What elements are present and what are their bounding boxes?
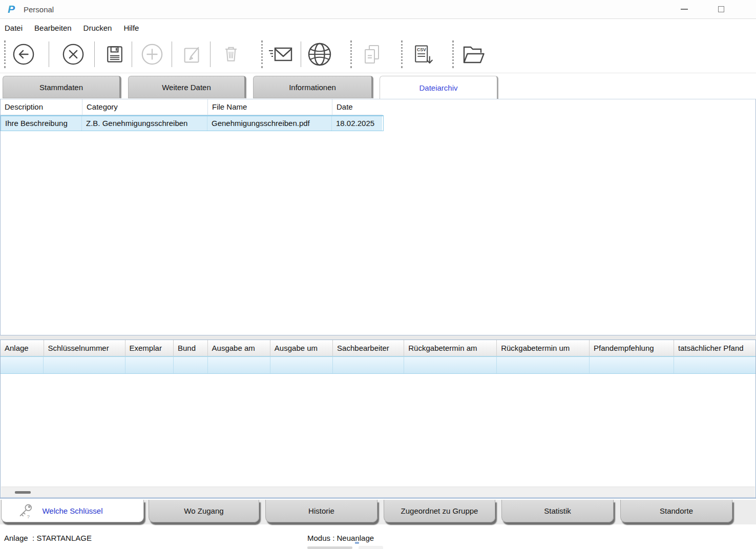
column-header-rueckgabetermin-am[interactable]: Rückgabetermin am xyxy=(404,340,497,356)
column-header-ausgabe-am[interactable]: Ausgabe am xyxy=(208,340,270,356)
tab-historie[interactable]: Historie xyxy=(265,500,377,522)
back-button[interactable] xyxy=(12,43,35,66)
toolbar-grip xyxy=(452,40,454,68)
column-header-sachbearbeiter[interactable]: Sachbearbeiter xyxy=(333,340,404,356)
column-header-schluesselnummer[interactable]: Schlüsselnummer xyxy=(44,340,125,356)
empty-cell xyxy=(333,357,404,373)
csv-export-button[interactable]: CSV xyxy=(411,43,434,66)
save-button[interactable] xyxy=(103,43,126,66)
tab-dateiarchiv[interactable]: Dateiarchiv xyxy=(380,76,498,99)
tab-label: Weitere Daten xyxy=(162,83,211,92)
web-button[interactable] xyxy=(307,41,332,67)
column-header-date[interactable]: Date xyxy=(332,99,383,115)
menu-bearbeiten[interactable]: Bearbeiten xyxy=(34,24,72,32)
tab-label: Welche Schlüssel xyxy=(42,506,102,515)
close-button[interactable]: ✕ xyxy=(750,0,756,18)
minimize-button[interactable] xyxy=(677,0,691,18)
svg-text:P: P xyxy=(8,3,15,15)
cell-category: Z.B. Genehmigungsschreiben xyxy=(82,116,207,131)
email-icon xyxy=(267,43,294,66)
menu-hilfe[interactable]: Hilfe xyxy=(123,24,139,32)
cutoff-fragment xyxy=(355,542,359,544)
csv-export-icon: CSV xyxy=(411,43,434,66)
column-header-description[interactable]: Description xyxy=(1,99,82,115)
file-archive-panel: Description Category File Name Date Ihre… xyxy=(0,99,756,335)
empty-cell xyxy=(497,357,590,373)
cancel-icon xyxy=(61,43,85,66)
cancel-button[interactable] xyxy=(61,43,85,66)
column-header-ausgabe-um[interactable]: Ausgabe um xyxy=(270,340,333,356)
column-header-tatsaechlicher-pfand[interactable]: tatsächlicher Pfand xyxy=(674,340,755,356)
edit-icon xyxy=(180,43,204,66)
column-header-pfandempfehlung[interactable]: Pfandempfehlung xyxy=(590,340,674,356)
empty-cell xyxy=(44,357,125,373)
table-row-empty-selected[interactable] xyxy=(1,357,755,374)
toolbar-grip xyxy=(401,40,403,68)
window-title: Personal xyxy=(24,5,54,14)
tab-standorte[interactable]: Standorte xyxy=(620,500,732,522)
cutoff-fragment xyxy=(359,546,383,549)
column-header-exemplar[interactable]: Exemplar xyxy=(125,340,174,356)
menu-bar: Datei Bearbeiten Drucken Hilfe xyxy=(0,19,756,36)
tab-informationen[interactable]: Informationen xyxy=(253,76,373,98)
column-header-rueckgabetermin-um[interactable]: Rückgabetermin um xyxy=(497,340,590,356)
cutoff-fragment xyxy=(307,546,352,549)
delete-button[interactable] xyxy=(220,43,242,66)
empty-cell xyxy=(270,357,333,373)
tab-stammdaten[interactable]: Stammdaten xyxy=(3,76,121,98)
menu-datei[interactable]: Datei xyxy=(5,24,23,32)
column-header-category[interactable]: Category xyxy=(82,99,208,115)
scrollbar-thumb[interactable] xyxy=(15,491,31,494)
tab-label: Statistik xyxy=(544,506,571,515)
toolbar-grip xyxy=(350,40,352,68)
column-header-filename[interactable]: File Name xyxy=(208,99,332,115)
toolbar-separator xyxy=(172,41,172,67)
status-benutzer: Benutzer : SYSTEM (Portier, Entwicklungs… xyxy=(155,529,255,549)
toolbar-grip xyxy=(4,40,6,68)
cell-date: 18.02.2025 xyxy=(332,116,382,131)
toolbar-separator xyxy=(210,41,211,67)
app-logo-icon: P xyxy=(6,3,18,15)
edit-button[interactable] xyxy=(180,43,204,66)
open-folder-button[interactable] xyxy=(460,43,485,66)
cell-description: Ihre Beschreibung xyxy=(1,116,82,131)
globe-icon xyxy=(307,41,332,67)
tab-wo-zugang[interactable]: Wo Zugang xyxy=(149,500,259,522)
empty-cell xyxy=(208,357,270,373)
key-icon: ? xyxy=(16,502,34,521)
toolbar-separator xyxy=(49,41,49,67)
empty-cell xyxy=(404,357,497,373)
back-icon xyxy=(12,43,35,66)
tab-statistik[interactable]: Statistik xyxy=(501,500,614,522)
toolbar-separator xyxy=(301,41,301,67)
copy-button[interactable] xyxy=(361,43,382,66)
menu-drucken[interactable]: Drucken xyxy=(83,24,112,32)
toolbar-separator xyxy=(94,41,95,67)
tab-welche-schluessel[interactable]: ? Welche Schlüssel xyxy=(1,500,144,522)
tab-weitere-daten[interactable]: Weitere Daten xyxy=(128,76,246,98)
copy-icon xyxy=(361,43,382,66)
table-row[interactable]: Ihre Beschreibung Z.B. Genehmigungsschre… xyxy=(1,115,384,131)
trash-icon xyxy=(220,43,242,66)
tab-label: Zugeordnet zu Gruppe xyxy=(401,506,478,515)
empty-cell xyxy=(125,357,174,373)
tab-zugeordnet-zu-gruppe[interactable]: Zugeordnet zu Gruppe xyxy=(384,500,495,522)
toolbar-grip xyxy=(261,40,263,68)
bottom-tab-strip: ? Welche Schlüssel Wo Zugang Historie Zu… xyxy=(0,500,756,524)
tab-label: Dateiarchiv xyxy=(419,83,457,92)
email-button[interactable] xyxy=(267,43,294,66)
file-table-header: Description Category File Name Date xyxy=(1,99,755,115)
tab-label: Informationen xyxy=(289,83,336,92)
column-header-bund[interactable]: Bund xyxy=(174,340,208,356)
maximize-button[interactable] xyxy=(714,0,728,18)
tab-label: Stammdaten xyxy=(39,83,83,92)
horizontal-scrollbar[interactable] xyxy=(1,487,755,497)
add-icon xyxy=(140,43,164,66)
key-table-panel: Anlage Schlüsselnummer Exemplar Bund Aus… xyxy=(0,340,756,499)
column-header-anlage[interactable]: Anlage xyxy=(1,340,44,356)
add-button[interactable] xyxy=(140,43,164,66)
top-tab-strip: Stammdaten Weitere Daten Informationen D… xyxy=(0,76,756,99)
empty-cell xyxy=(674,357,755,373)
empty-cell xyxy=(590,357,674,373)
tab-label: Standorte xyxy=(660,506,693,515)
